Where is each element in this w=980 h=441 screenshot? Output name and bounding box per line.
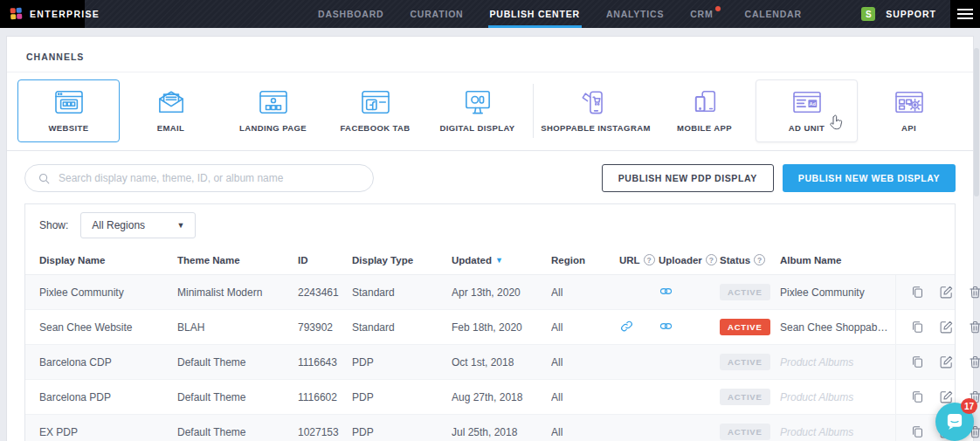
- cell-id: 2243461: [298, 286, 352, 299]
- table-row[interactable]: EX PDP Default Theme 1027153 PDP Jul 25t…: [25, 415, 955, 441]
- channels-divider: [533, 84, 534, 138]
- sort-desc-icon: ▼: [495, 256, 503, 265]
- support-link[interactable]: SUPPORT: [886, 9, 936, 19]
- cell-status: ACTIVE: [720, 319, 780, 335]
- cell-url: [619, 319, 659, 336]
- channel-website[interactable]: WEBSITE: [17, 79, 120, 142]
- region-select[interactable]: All Regions ▼: [80, 212, 196, 238]
- column-header-region[interactable]: Region: [551, 255, 619, 265]
- column-header-display-name[interactable]: Display Name: [39, 255, 177, 265]
- shoppable-instagram-icon: [578, 89, 613, 115]
- channels-group-web: WEBSITE EMAIL LANDING PAGE FACEBOOK TAB …: [17, 79, 528, 142]
- nav-right: S SUPPORT: [861, 0, 980, 28]
- nav-item-curation[interactable]: CURATION: [408, 0, 465, 28]
- cell-display-type: PDP: [352, 426, 452, 438]
- table-row[interactable]: Pixlee Community Minimalist Modern 22434…: [25, 275, 955, 310]
- copy-icon[interactable]: [910, 320, 925, 334]
- table-row[interactable]: Barcelona PDP Default Theme 1116602 PDP …: [25, 380, 955, 415]
- channel-ad-unit[interactable]: AD UNIT: [756, 79, 858, 142]
- channels-row: WEBSITE EMAIL LANDING PAGE FACEBOOK TAB …: [7, 72, 973, 151]
- uploader-link-icon[interactable]: [659, 284, 673, 299]
- hamburger-menu-icon[interactable]: [950, 0, 980, 28]
- region-select-value: All Regions: [92, 219, 145, 231]
- column-header-uploader[interactable]: Uploader?: [659, 254, 720, 265]
- nav-menu: DASHBOARD CURATION PUBLISH CENTER ANALYT…: [316, 0, 804, 28]
- channel-shoppable-instagram[interactable]: SHOPPABLE INSTAGRAM: [538, 79, 653, 142]
- cell-region: All: [551, 426, 619, 438]
- displays-table: Show: All Regions ▼ Display Name Theme N…: [24, 203, 956, 441]
- channel-digital-display[interactable]: DIGITAL DISPLAY: [426, 79, 528, 142]
- cell-theme-name: Minimalist Modern: [177, 286, 298, 299]
- trash-icon[interactable]: [968, 285, 980, 300]
- nav-item-calendar[interactable]: CALENDAR: [743, 0, 804, 28]
- brand-name: ENTERPRISE: [30, 9, 100, 19]
- status-badge: ACTIVE: [720, 284, 770, 300]
- edit-icon[interactable]: [939, 285, 954, 300]
- copy-icon[interactable]: [910, 424, 925, 439]
- show-label: Show:: [39, 219, 68, 231]
- cell-id: 1116602: [298, 391, 352, 403]
- nav-item-publish-center[interactable]: PUBLISH CENTER: [488, 0, 582, 28]
- cell-updated: Oct 1st, 2018: [452, 356, 551, 369]
- cell-theme-name: BLAH: [177, 321, 298, 334]
- cell-status: ACTIVE: [720, 284, 780, 300]
- table-row[interactable]: Sean Chee Website BLAH 793902 Standard F…: [25, 310, 955, 345]
- chat-unread-badge: 17: [961, 398, 977, 414]
- help-icon[interactable]: ?: [644, 254, 655, 265]
- column-header-theme-name[interactable]: Theme Name: [177, 255, 298, 265]
- cell-id: 1116643: [298, 356, 352, 369]
- channel-facebook-tab[interactable]: FACEBOOK TAB: [324, 79, 426, 142]
- website-icon: [52, 89, 86, 115]
- chat-icon: [943, 410, 966, 433]
- trash-icon[interactable]: [968, 355, 980, 369]
- copy-icon[interactable]: [910, 355, 925, 369]
- copy-icon[interactable]: [910, 389, 925, 404]
- edit-icon[interactable]: [939, 320, 954, 334]
- channel-mobile-app[interactable]: MOBILE APP: [653, 79, 756, 142]
- channel-api[interactable]: API: [858, 79, 960, 142]
- publish-new-pdp-display-button[interactable]: PUBLISH NEW PDP DISPLAY: [602, 164, 774, 192]
- help-icon[interactable]: ?: [754, 254, 765, 265]
- cell-display-type: PDP: [352, 391, 452, 403]
- edit-icon[interactable]: [939, 355, 954, 369]
- cell-theme-name: Default Theme: [177, 356, 298, 369]
- publish-new-web-display-button[interactable]: PUBLISH NEW WEB DISPLAY: [783, 164, 956, 192]
- chat-launcher-button[interactable]: 17: [935, 403, 974, 441]
- cell-display-type: PDP: [352, 356, 452, 369]
- cell-uploader: [659, 284, 720, 301]
- column-header-url[interactable]: URL?: [619, 254, 659, 265]
- cell-region: All: [551, 391, 619, 403]
- cell-uploader: [659, 319, 720, 336]
- column-header-id[interactable]: ID: [298, 255, 352, 265]
- nav-item-dashboard[interactable]: DASHBOARD: [316, 0, 385, 28]
- cell-region: All: [551, 356, 619, 369]
- status-badge: ACTIVE: [720, 319, 770, 335]
- uploader-link-icon[interactable]: [659, 319, 673, 334]
- nav-item-analytics[interactable]: ANALYTICS: [604, 0, 666, 28]
- column-header-album-name[interactable]: Album Name: [780, 255, 895, 265]
- nav-item-crm[interactable]: CRM: [688, 0, 720, 28]
- column-header-status[interactable]: Status?: [720, 254, 780, 265]
- copy-icon[interactable]: [910, 285, 925, 300]
- trash-icon[interactable]: [968, 320, 980, 334]
- column-header-updated[interactable]: Updated▼: [452, 255, 551, 265]
- brand-logo[interactable]: ENTERPRISE: [0, 0, 85, 28]
- cell-updated: Apr 13th, 2020: [452, 286, 551, 299]
- table-row[interactable]: Barcelona CDP Default Theme 1116643 PDP …: [25, 345, 955, 380]
- column-header-display-type[interactable]: Display Type: [352, 255, 452, 265]
- landing-page-icon: [256, 89, 291, 115]
- cell-display-name: Barcelona PDP: [39, 391, 177, 403]
- cell-region: All: [551, 286, 619, 299]
- channel-landing-page[interactable]: LANDING PAGE: [222, 79, 324, 142]
- cell-album-name: Sean Chee Shoppable ...: [780, 321, 895, 334]
- ad-unit-icon: [790, 89, 825, 115]
- facebook-tab-icon: [358, 89, 393, 115]
- channel-email[interactable]: EMAIL: [120, 79, 222, 142]
- search-input[interactable]: [59, 172, 361, 184]
- help-icon[interactable]: ?: [706, 254, 717, 265]
- row-actions: [895, 345, 980, 379]
- url-link-icon[interactable]: [619, 319, 634, 334]
- scrollbar[interactable]: [974, 48, 979, 196]
- cell-album-name: Product Albums: [780, 356, 895, 369]
- support-status-badge[interactable]: S: [861, 7, 875, 21]
